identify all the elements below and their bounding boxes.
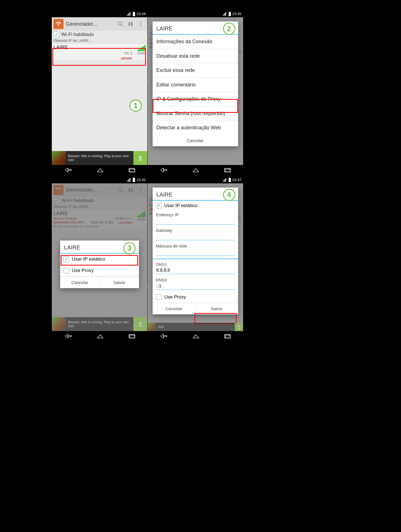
- ad-banner: risk!: [148, 323, 243, 331]
- search-icon[interactable]: [116, 21, 126, 27]
- svg-rect-1: [133, 12, 135, 12]
- static-ip-checkbox[interactable]: [156, 203, 162, 208]
- download-icon: [133, 317, 147, 331]
- ad-text: risk!: [158, 325, 235, 329]
- home-button[interactable]: [192, 167, 199, 174]
- dns2-label: DNS2: [153, 276, 238, 282]
- clock: 23:35: [136, 178, 146, 182]
- status-bar: 23:37: [148, 176, 243, 183]
- context-menu: LAIRE Informações da Conexão Desativar e…: [153, 21, 238, 146]
- recents-button[interactable]: [224, 334, 231, 340]
- back-button[interactable]: [64, 334, 72, 340]
- svg-line-3: [121, 25, 123, 26]
- svg-rect-11: [229, 12, 231, 16]
- home-button[interactable]: [97, 334, 104, 340]
- menu-desativar[interactable]: Desativar esta rede: [153, 49, 238, 64]
- obtaining-ip: Obtendo IP de LAIRE...: [52, 38, 147, 43]
- ip-label: Endereço IP: [153, 211, 238, 217]
- back-button[interactable]: [160, 334, 168, 340]
- ad-image: [52, 317, 66, 331]
- nav-bar: [148, 331, 243, 342]
- status-bar: 23:34: [52, 10, 147, 17]
- use-static-ip-row[interactable]: Usar IP estático: [153, 201, 238, 211]
- download-icon: [235, 323, 243, 331]
- save-button[interactable]: Salvar: [195, 303, 238, 314]
- overflow-icon[interactable]: [136, 21, 146, 27]
- battery-icon: [133, 11, 135, 16]
- netmask-field[interactable]: [156, 248, 235, 256]
- ad-banner: Beware: War is coming. Play at your own …: [52, 317, 147, 331]
- svg-rect-26: [229, 178, 231, 182]
- cancel-button[interactable]: Cancelar: [153, 135, 238, 146]
- highlight-box: [153, 99, 238, 113]
- highlight-box: [61, 255, 138, 266]
- battery-icon: [228, 11, 231, 16]
- use-proxy-row[interactable]: Use Proxy: [153, 291, 238, 303]
- step-badge-2: 2: [223, 23, 235, 35]
- dns1-field[interactable]: [156, 267, 235, 274]
- ad-image: [52, 151, 66, 165]
- menu-excluir[interactable]: Excluir essa rede: [153, 63, 238, 78]
- screen-4: 23:37 Obt LA d8: WP dBm LAIRE Usar IP es…: [148, 176, 243, 342]
- svg-rect-15: [133, 178, 135, 182]
- proxy-checkbox[interactable]: [63, 268, 69, 273]
- nav-bar: [148, 165, 243, 176]
- svg-point-7: [140, 23, 141, 25]
- use-proxy-row[interactable]: Use Proxy: [60, 265, 139, 276]
- menu-info-conexao[interactable]: Informações da Conexão: [153, 35, 238, 49]
- wifi-enabled-label: Wi-Fi habilitado: [61, 32, 94, 37]
- pause-icon[interactable]: [126, 21, 136, 26]
- back-button[interactable]: [64, 167, 72, 174]
- dns1-label: DNS1: [153, 260, 238, 267]
- download-icon[interactable]: [133, 151, 147, 165]
- ad-banner[interactable]: Beware: War is coming. Play at your own …: [52, 151, 147, 165]
- clock: 23:34: [136, 12, 146, 16]
- svg-rect-16: [133, 178, 135, 178]
- svg-rect-5: [131, 22, 133, 26]
- dns2-field[interactable]: [156, 282, 235, 290]
- svg-rect-4: [129, 22, 130, 26]
- ad-text: Beware: War is coming. Play at your own …: [68, 154, 133, 162]
- app-icon[interactable]: [53, 19, 63, 29]
- signal-icon: [223, 12, 227, 16]
- cancel-button[interactable]: Cancelar: [153, 303, 195, 314]
- signal-icon: [127, 12, 131, 16]
- menu-detectar-auth[interactable]: Detectar a autenticação Web: [153, 121, 238, 135]
- battery-icon: [228, 178, 231, 182]
- wifi-enabled-row[interactable]: Wi-Fi habilitado: [52, 31, 147, 38]
- app-title: Gerenciador...: [66, 21, 116, 27]
- back-button[interactable]: [160, 167, 168, 174]
- highlight-box: [52, 48, 146, 66]
- svg-point-2: [118, 22, 122, 25]
- recents-button[interactable]: [224, 167, 231, 174]
- ip-field[interactable]: [156, 217, 235, 225]
- svg-rect-0: [133, 12, 135, 16]
- save-button[interactable]: Salvar: [99, 276, 139, 288]
- status-bar: 23:35: [52, 176, 147, 183]
- highlight-box: [194, 313, 237, 324]
- cancel-button[interactable]: Cancelar: [60, 276, 99, 288]
- gateway-field[interactable]: [156, 233, 235, 240]
- svg-rect-12: [229, 12, 230, 12]
- use-proxy-label: Use Proxy: [164, 294, 186, 300]
- status-bar: 23:35: [148, 10, 243, 17]
- dialog-buttons: Cancelar Salvar: [153, 303, 238, 314]
- recents-button[interactable]: [128, 334, 135, 340]
- clock: 23:35: [232, 12, 241, 16]
- recents-button[interactable]: [128, 167, 135, 174]
- proxy-checkbox[interactable]: [156, 294, 162, 300]
- screen-1: 23:34 Gerenciador... Wi-Fi habilitado Ob…: [52, 10, 147, 176]
- dialog-buttons: Cancelar Salvar: [60, 276, 139, 288]
- home-button[interactable]: [97, 167, 104, 174]
- use-proxy-label: Use Proxy: [72, 268, 94, 273]
- home-button[interactable]: [192, 334, 199, 340]
- menu-editar-comentario[interactable]: Editar comentário: [153, 78, 238, 92]
- step-badge-1: 1: [129, 99, 142, 112]
- battery-icon: [133, 178, 135, 182]
- separator: [153, 259, 238, 259]
- gateway-label: Gateway: [153, 226, 238, 233]
- step-badge-4: 4: [223, 189, 235, 201]
- signal-icon: [127, 178, 131, 182]
- ad-text: Beware: War is coming. Play at your own …: [68, 320, 133, 328]
- wifi-checkbox[interactable]: [53, 32, 59, 37]
